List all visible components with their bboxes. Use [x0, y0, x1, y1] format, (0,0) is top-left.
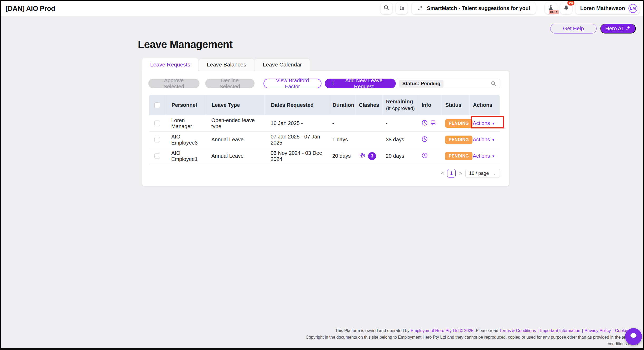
tab-leave-requests[interactable]: Leave Requests: [142, 58, 198, 71]
column-header-status: Status: [442, 95, 469, 115]
chevron-down-icon: ▾: [492, 121, 495, 125]
avatar: LM: [628, 4, 637, 13]
beta-badge: BETA: [549, 10, 559, 14]
clash-count-badge[interactable]: 3: [368, 152, 376, 160]
cell-remaining: -: [382, 120, 418, 126]
topbar-actions: SmartMatch - Talent suggestions for you!…: [380, 2, 640, 14]
clock-icon[interactable]: [421, 119, 428, 127]
column-header-dates-requested: Dates Requested: [264, 95, 329, 115]
search-button[interactable]: [380, 2, 392, 14]
user-name: Loren Mathewson: [580, 5, 625, 11]
cell-actions: Actions ▾: [469, 153, 500, 159]
sparkle-icon: [625, 25, 631, 32]
cell-info: [418, 136, 442, 144]
help-actions: Get Help Hero AI: [550, 24, 636, 33]
status-filter-input[interactable]: Status: Pending: [396, 79, 500, 88]
leave-requests-card: Approve Selected Decline Selected View B…: [142, 71, 509, 186]
footer-line-1: This Platform is owned and operated by E…: [298, 327, 641, 334]
app-title: [DAN] AIO Prod: [6, 4, 55, 13]
cell-dates: 16 Jan 2025 -: [264, 120, 329, 126]
comment-icon[interactable]: [430, 119, 437, 127]
cell-remaining: 20 days: [382, 153, 418, 159]
column-header-remaining: Remaining (If Approved): [382, 95, 418, 115]
employment-hero-link[interactable]: Employment Hero Pty Ltd © 2025: [411, 328, 474, 333]
row-checkbox[interactable]: [154, 137, 160, 142]
remaining-sub-label: (If Approved): [386, 106, 418, 111]
actions-dropdown[interactable]: Actions ▾: [473, 137, 494, 143]
cell-duration: 20 days: [329, 153, 355, 159]
notification-count-badge: 20: [567, 0, 574, 6]
column-header-leave-type: Leave Type: [205, 95, 264, 115]
actions-dropdown[interactable]: Actions ▾: [473, 120, 494, 126]
get-help-button[interactable]: Get Help: [550, 24, 597, 33]
pagination: < 1 > 10 / page ⌄: [441, 169, 500, 178]
separator: |: [582, 328, 583, 333]
row-checkbox[interactable]: [154, 121, 160, 126]
chat-bubble-icon: [629, 332, 638, 342]
status-filter-chip[interactable]: Status: Pending: [399, 80, 444, 88]
table-row: AIO Employee3 Annual Leave 07 Jan 2025 -…: [149, 132, 500, 148]
cell-status: PENDING: [442, 152, 469, 160]
page-title: Leave Management: [138, 39, 232, 50]
cell-info: [418, 152, 442, 160]
chat-launcher-button[interactable]: [625, 328, 642, 345]
cell-status: PENDING: [442, 136, 469, 144]
cell-personnel: Loren Manager: [165, 117, 205, 130]
organisation-button[interactable]: [396, 2, 408, 14]
row-checkbox[interactable]: [154, 153, 160, 159]
cell-status: PENDING: [442, 119, 469, 128]
people-icon: [359, 152, 366, 160]
actions-dropdown[interactable]: Actions ▾: [473, 153, 494, 159]
next-page-button[interactable]: >: [459, 170, 462, 176]
cell-dates: 07 Jan 2025 - 07 Jan 2025: [264, 134, 329, 146]
chevron-down-icon: ▾: [492, 138, 495, 142]
privacy-policy-link[interactable]: Privacy Policy: [584, 328, 611, 333]
toolbar: Approve Selected Decline Selected View B…: [148, 79, 500, 88]
page-size-select[interactable]: 10 / page ⌄: [465, 169, 500, 178]
cell-leave-type: Open-ended leave type: [205, 117, 264, 130]
footer-text: This Platform is owned and operated by: [335, 328, 411, 333]
cell-personnel: AIO Employee1: [165, 150, 205, 162]
top-bar: [DAN] AIO Prod SmartMatch - Talent sugge…: [1, 1, 643, 16]
notifications-button[interactable]: 20: [560, 2, 572, 14]
page-content: Get Help Hero AI Leave Management Leave …: [1, 16, 643, 348]
sparkle-icon: [417, 4, 424, 12]
beta-labs-button[interactable]: BETA: [545, 2, 557, 14]
approve-selected-button[interactable]: Approve Selected: [148, 79, 199, 88]
leave-requests-table: Personnel Leave Type Dates Requested Dur…: [149, 95, 500, 164]
cell-leave-type: Annual Leave: [205, 137, 264, 143]
footer-line-2: Copyright in the documents on this site …: [298, 334, 641, 347]
important-information-link[interactable]: Important Information: [540, 328, 580, 333]
tab-bar: Leave Requests Leave Balances Leave Cale…: [142, 58, 311, 71]
search-icon: [491, 81, 496, 87]
decline-selected-button[interactable]: Decline Selected: [205, 79, 255, 88]
status-badge: PENDING: [445, 136, 472, 144]
clock-icon[interactable]: [421, 152, 428, 160]
search-icon: [383, 5, 389, 12]
page-number-button[interactable]: 1: [447, 169, 456, 178]
separator: |: [538, 328, 539, 333]
prev-page-button[interactable]: <: [441, 170, 444, 176]
tab-leave-calendar[interactable]: Leave Calendar: [255, 58, 310, 71]
cell-leave-type: Annual Leave: [205, 153, 264, 159]
column-header-duration: Duration: [329, 95, 355, 115]
hero-ai-button[interactable]: Hero AI: [600, 24, 636, 33]
table-row: AIO Employee1 Annual Leave 06 Nov 2024 -…: [149, 148, 500, 164]
status-badge: PENDING: [445, 119, 472, 128]
add-new-leave-request-button[interactable]: + Add New Leave Request: [325, 79, 396, 88]
smartmatch-banner[interactable]: SmartMatch - Talent suggestions for you!: [412, 2, 536, 14]
select-all-checkbox[interactable]: [154, 102, 160, 108]
terms-link[interactable]: Terms & Conditions: [499, 328, 536, 333]
user-menu[interactable]: Loren Mathewson LM: [575, 2, 640, 14]
column-header-actions: Actions: [469, 95, 500, 115]
cell-duration: 1 days: [329, 137, 355, 143]
column-header-info: Info: [418, 95, 442, 115]
tab-leave-balances[interactable]: Leave Balances: [199, 58, 254, 71]
clock-icon[interactable]: [421, 136, 428, 144]
view-bradford-factor-button[interactable]: View Bradford Factor: [264, 79, 321, 88]
hero-ai-label: Hero AI: [605, 26, 623, 32]
footer-text: . Please read: [474, 328, 499, 333]
footer: This Platform is owned and operated by E…: [298, 327, 641, 347]
separator: |: [612, 328, 613, 333]
chevron-down-icon: ⌄: [493, 171, 496, 175]
